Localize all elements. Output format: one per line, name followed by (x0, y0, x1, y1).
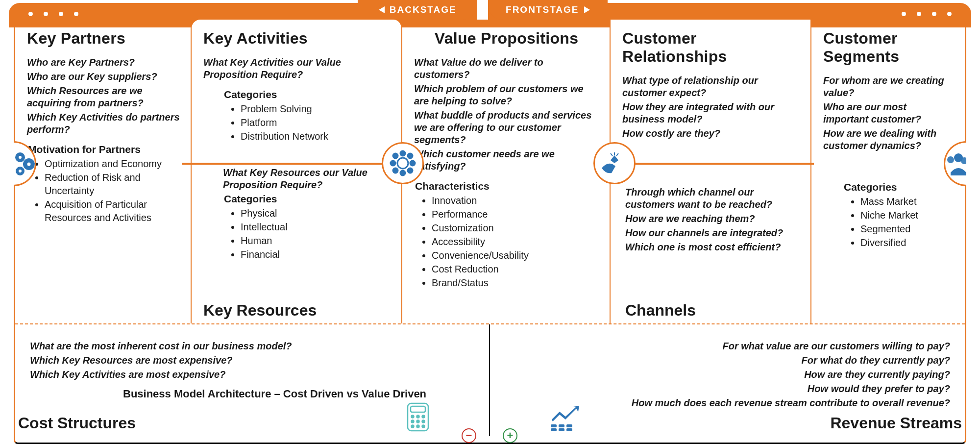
q: Which Key Resources are most expensive? (30, 354, 474, 367)
q: How are we dealing with customer dynamic… (823, 127, 954, 152)
resources-categories: Physical Intellectual Human Financial (228, 207, 391, 261)
q: Which problem of our customers we are he… (414, 83, 599, 107)
arrow-right-icon (584, 6, 590, 13)
list-item: Diversified (860, 236, 954, 249)
revenue-streams-block: For what value are our customers willing… (490, 324, 965, 436)
revenue-streams-title: Revenue Streams (830, 414, 962, 432)
q: What buddle of products and services we … (414, 109, 599, 146)
segments-categories: Mass Market Niche Market Segmented Diver… (848, 195, 954, 249)
q: Which one is most cost efficient? (625, 241, 800, 253)
decor-dots-right (902, 12, 952, 16)
q: Who are our most important customer? (823, 101, 954, 125)
upper-row: Key Partners Who are Key Partners? Who a… (15, 20, 965, 324)
svg-point-10 (410, 161, 415, 166)
key-resources-title: Key Resources (203, 301, 317, 320)
frontstage-label: FRONTSTAGE (506, 4, 579, 15)
q: Which Key Activities do partners perform… (27, 111, 180, 136)
customer-segments-title: Customer Segments (823, 29, 954, 66)
minus-badge-icon: − (462, 428, 476, 443)
svg-point-13 (393, 168, 398, 173)
plus-badge-icon: + (503, 428, 517, 443)
list-item: Segmented (860, 222, 954, 236)
svg-point-14 (408, 168, 413, 173)
connector-line-left (182, 163, 397, 165)
svg-point-24 (417, 416, 419, 418)
list-item: Acquisition of Particular Resources and … (45, 198, 180, 224)
list-item: Mass Market (860, 195, 954, 208)
svg-point-25 (422, 416, 425, 418)
list-item: Human (241, 234, 391, 247)
frontstage-tab: FRONTSTAGE (488, 0, 608, 20)
svg-point-11 (393, 153, 398, 158)
list-item: Reduction of Risk and Uncertainty (45, 171, 180, 197)
svg-point-26 (412, 420, 414, 423)
q: For what do they currently pay? (505, 354, 950, 367)
value-propositions-column: Value Propositions What Value do we deli… (402, 20, 611, 323)
svg-point-6 (397, 158, 408, 169)
channels-block: Through which channel our customers want… (625, 184, 800, 255)
svg-point-19 (947, 156, 954, 163)
list-item: Platform (241, 116, 391, 129)
svg-point-3 (19, 156, 22, 159)
segments-categories-subtitle: Categories (844, 181, 954, 193)
svg-point-9 (391, 161, 395, 166)
q: What are the most inherent cost in our b… (30, 340, 474, 352)
svg-point-28 (422, 420, 425, 423)
svg-point-29 (412, 425, 414, 428)
q: Who are our Key suppliers? (27, 71, 180, 83)
svg-point-8 (400, 171, 405, 175)
list-item: Accessibility (432, 235, 599, 248)
list-item: Performance (432, 208, 599, 221)
svg-rect-32 (551, 424, 557, 427)
cost-structures-block: What are the most inherent cost in our b… (15, 324, 490, 436)
q: How would they prefer to pay? (505, 383, 950, 395)
customer-relationships-column: Customer Relationships What type of rela… (611, 20, 811, 323)
q: Which customer needs are we satisfying? (414, 148, 599, 173)
decor-dots-left (28, 12, 78, 16)
svg-rect-34 (559, 424, 564, 427)
list-item: Brand/Status (432, 276, 599, 290)
trend-chart-icon (549, 405, 583, 432)
canvas-grid: Key Partners Who are Key Partners? Who a… (14, 20, 966, 444)
key-activities-title: Key Activities (203, 29, 391, 48)
q: Which Resources are we acquiring from pa… (27, 85, 180, 109)
list-item: Problem Solving (241, 102, 391, 116)
categories-subtitle: Categories (224, 89, 391, 100)
value-propositions-title: Value Propositions (414, 29, 599, 48)
list-item: Niche Market (860, 209, 954, 222)
q: What Value do we deliver to customers? (414, 56, 599, 81)
calculator-icon (406, 402, 430, 432)
q: Which Key Activities are most expensive? (30, 369, 474, 381)
svg-point-30 (417, 425, 419, 428)
key-partners-column: Key Partners Who are Key Partners? Who a… (15, 20, 192, 323)
q: How are we reaching them? (625, 213, 800, 225)
q: Who are Key Partners? (27, 56, 180, 69)
resources-categories-subtitle: Categories (224, 193, 391, 205)
svg-point-5 (19, 170, 22, 173)
characteristics-list: Innovation Performance Customization Acc… (419, 194, 599, 290)
backstage-label: BACKSTAGE (390, 4, 457, 15)
relationship-node-icon (593, 142, 636, 184)
q: Through which channel our customers want… (625, 186, 800, 211)
channels-title: Channels (625, 301, 696, 320)
activities-categories: Problem Solving Platform Distribution Ne… (228, 102, 391, 143)
svg-point-4 (27, 163, 30, 166)
q: How they are integrated with our busines… (622, 101, 800, 125)
svg-line-16 (611, 153, 612, 156)
motivation-subtitle: Motivation for Partners (28, 144, 180, 155)
svg-line-17 (616, 153, 618, 156)
architecture-note: Business Model Architecture – Cost Drive… (123, 388, 474, 400)
list-item: Cost Reduction (432, 263, 599, 276)
backstage-tab: BACKSTAGE (358, 0, 477, 20)
q: How costly are they? (622, 127, 800, 140)
list-item: Optimization and Economy (45, 157, 180, 171)
key-activities-column: Key Activities What Key Activities our V… (192, 20, 402, 323)
svg-rect-33 (551, 428, 557, 431)
svg-point-23 (412, 416, 414, 418)
stage-tabs: BACKSTAGE FRONTSTAGE (358, 0, 608, 20)
value-node-icon (382, 142, 424, 184)
list-item: Intellectual (241, 221, 391, 234)
list-item: Convenience/Usability (432, 249, 599, 262)
key-partners-title: Key Partners (27, 29, 180, 48)
cost-structures-title: Cost Structures (18, 414, 136, 432)
